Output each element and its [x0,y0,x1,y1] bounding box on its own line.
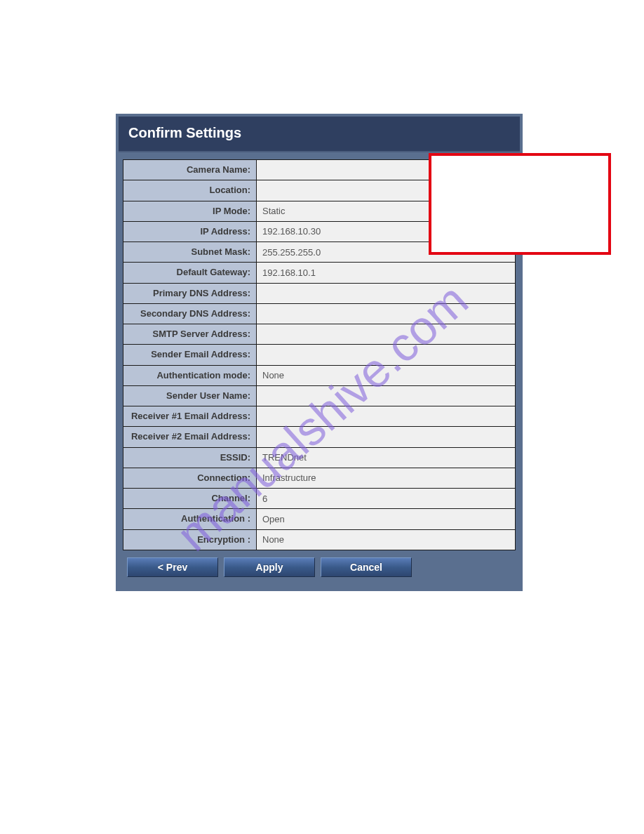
value-auth-mode: None [257,365,516,385]
table-row: Sender Email Address: [123,345,516,365]
label-ip-mode: IP Mode: [123,201,257,221]
value-receiver1 [257,406,516,427]
label-camera-name: Camera Name: [123,160,257,180]
label-ip-address: IP Address: [123,221,257,241]
annotation-red-box [429,153,611,255]
value-sender-email [257,345,516,365]
button-row: < Prev Apply Cancel [123,550,516,584]
table-row: Receiver #1 Email Address: [123,406,516,427]
label-encryption: Encryption : [123,529,257,550]
value-smtp-server [257,324,516,345]
value-essid: TRENDnet [257,447,516,468]
table-row: Authentication : Open [123,509,516,529]
cancel-button[interactable]: Cancel [321,557,412,577]
table-row: Primary DNS Address: [123,283,516,303]
label-location: Location: [123,180,257,201]
label-sender-username: Sender User Name: [123,385,257,406]
panel-title: Confirm Settings [119,117,520,152]
value-default-gateway: 192.168.10.1 [257,263,516,283]
label-secondary-dns: Secondary DNS Address: [123,303,257,324]
label-authentication: Authentication : [123,509,257,529]
label-receiver2: Receiver #2 Email Address: [123,427,257,447]
table-row: Sender User Name: [123,385,516,406]
value-sender-username [257,385,516,406]
table-row: ESSID: TRENDnet [123,447,516,468]
apply-button[interactable]: Apply [224,557,315,577]
label-essid: ESSID: [123,447,257,468]
table-row: Default Gateway: 192.168.10.1 [123,263,516,283]
label-auth-mode: Authentication mode: [123,365,257,385]
value-encryption: None [257,529,516,550]
label-primary-dns: Primary DNS Address: [123,283,257,303]
label-channel: Channel: [123,489,257,509]
table-row: Authentication mode: None [123,365,516,385]
label-connection: Connection: [123,468,257,488]
label-sender-email: Sender Email Address: [123,345,257,365]
table-row: Connection: Infrastructure [123,468,516,488]
label-subnet-mask: Subnet Mask: [123,242,257,263]
value-connection: Infrastructure [257,468,516,488]
value-secondary-dns [257,303,516,324]
label-smtp-server: SMTP Server Address: [123,324,257,345]
table-row: Secondary DNS Address: [123,303,516,324]
table-row: Encryption : None [123,529,516,550]
value-channel: 6 [257,489,516,509]
label-default-gateway: Default Gateway: [123,263,257,283]
table-row: Receiver #2 Email Address: [123,427,516,447]
label-receiver1: Receiver #1 Email Address: [123,406,257,427]
value-authentication: Open [257,509,516,529]
table-row: SMTP Server Address: [123,324,516,345]
value-primary-dns [257,283,516,303]
table-row: Channel: 6 [123,489,516,509]
value-receiver2 [257,427,516,447]
prev-button[interactable]: < Prev [127,557,218,577]
